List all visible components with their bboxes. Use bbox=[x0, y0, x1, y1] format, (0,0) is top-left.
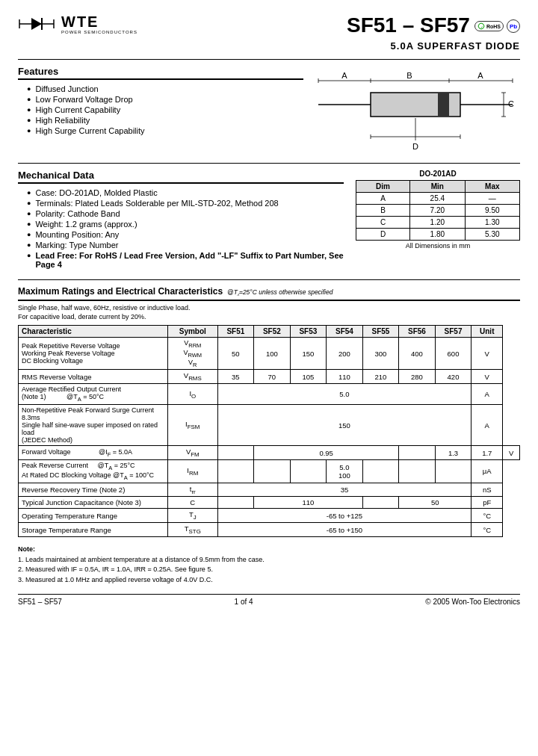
svg-text:A: A bbox=[477, 71, 483, 80]
ratings-note1: Single Phase, half wave, 60Hz, resistive… bbox=[18, 304, 520, 312]
pb-badge: Pb bbox=[507, 19, 520, 33]
table-row: RMS Reverse Voltage VRMS 35 70 105 110 2… bbox=[19, 370, 520, 384]
ratings-note2: For capacitive load, derate current by 2… bbox=[18, 313, 520, 320]
table-row: Average Rectified Output Current(Note 1)… bbox=[19, 384, 520, 405]
logo-wte: WTE bbox=[61, 13, 137, 30]
table-row: Peak Repetitive Reverse VoltageWorking P… bbox=[19, 338, 520, 370]
list-item: Diffused Junction bbox=[27, 84, 303, 93]
table-row: D1.805.30 bbox=[356, 229, 520, 241]
col-sf52: SF52 bbox=[254, 326, 291, 338]
dim-table: Dim Min Max A25.4—B7.209.50C1.201.30D1.8… bbox=[356, 180, 520, 241]
col-sf53: SF53 bbox=[290, 326, 327, 338]
footer-page: 1 of 4 bbox=[235, 598, 253, 606]
dim-col-header: Max bbox=[465, 181, 519, 193]
table-row: C1.201.30 bbox=[356, 217, 520, 229]
page-footer: SF51 – SF57 1 of 4 © 2005 Won-Too Electr… bbox=[18, 594, 520, 606]
list-item: High Reliability bbox=[27, 116, 303, 125]
col-sf54: SF54 bbox=[327, 326, 363, 338]
diode-diagram-area: A B A C D bbox=[311, 66, 520, 155]
list-item: Mounting Position: Any bbox=[27, 230, 344, 239]
notes-section: Note: 1. Leads maintained at ambient tem… bbox=[18, 545, 520, 585]
mechanical-left: Mechanical Data Case: DO-201AD, Molded P… bbox=[18, 170, 344, 270]
logo-text: WTE POWER SEMICONDUCTORS bbox=[61, 13, 137, 35]
rohs-badge: ✓ RoHS bbox=[474, 21, 504, 31]
svg-marker-1 bbox=[31, 18, 42, 30]
features-section: Features Diffused Junction Low Forward V… bbox=[18, 66, 520, 155]
list-item: Polarity: Cathode Band bbox=[27, 209, 344, 218]
table-row: Forward Voltage @IF = 5.0A VFM 0.95 1.3 … bbox=[19, 446, 520, 460]
svg-text:C: C bbox=[508, 99, 514, 108]
list-item: Low Forward Voltage Drop bbox=[27, 95, 303, 104]
footer-part: SF51 – SF57 bbox=[18, 598, 62, 606]
logo-icon bbox=[18, 13, 55, 34]
logo-sub: POWER SEMICONDUCTORS bbox=[61, 30, 137, 35]
col-sf51: SF51 bbox=[217, 326, 254, 338]
subtitle: 5.0A SUPERFAST DIODE bbox=[347, 40, 520, 52]
table-row: Reverse Recovery Time (Note 2) trr 35 nS bbox=[19, 483, 520, 497]
table-row: Non-Repetitive Peak Forward Surge Curren… bbox=[19, 405, 520, 446]
dim-table-title: DO-201AD bbox=[356, 170, 520, 178]
footer-copyright: © 2005 Won-Too Electronics bbox=[425, 598, 520, 606]
ratings-title: Maximum Ratings and Electrical Character… bbox=[18, 286, 223, 297]
list-item bold-item: Lead Free: For RoHS / Lead Free Version,… bbox=[27, 251, 344, 269]
notes-title: Note: bbox=[18, 545, 35, 553]
ratings-section: Maximum Ratings and Electrical Character… bbox=[18, 286, 520, 537]
table-row: Operating Temperature Range TJ -65 to +1… bbox=[19, 509, 520, 523]
features-title: Features bbox=[18, 66, 303, 80]
col-symbol: Symbol bbox=[168, 326, 218, 338]
list-item: High Surge Current Capability bbox=[27, 126, 303, 135]
logo-area: WTE POWER SEMICONDUCTORS bbox=[18, 13, 137, 35]
col-sf56: SF56 bbox=[399, 326, 436, 338]
features-left: Features Diffused Junction Low Forward V… bbox=[18, 66, 303, 155]
dim-col-header: Dim bbox=[356, 181, 410, 193]
list-item: Marking: Type Number bbox=[27, 241, 344, 250]
note-3: 3. Measured at 1.0 MHz and applied rever… bbox=[18, 576, 213, 583]
mechanical-section: Mechanical Data Case: DO-201AD, Molded P… bbox=[18, 170, 520, 270]
list-item: Case: DO-201AD, Molded Plastic bbox=[27, 188, 344, 197]
features-list: Diffused Junction Low Forward Voltage Dr… bbox=[18, 84, 303, 135]
col-unit: Unit bbox=[471, 326, 503, 338]
svg-text:D: D bbox=[412, 142, 418, 151]
svg-text:B: B bbox=[406, 71, 412, 80]
list-item: Terminals: Plated Leads Solderable per M… bbox=[27, 199, 344, 208]
mechanical-right: DO-201AD Dim Min Max A25.4—B7.209.50C1.2… bbox=[356, 170, 520, 270]
col-characteristic: Characteristic bbox=[19, 326, 168, 338]
mechanical-title: Mechanical Data bbox=[18, 170, 344, 184]
table-row: Typical Junction Capacitance (Note 3) C … bbox=[19, 497, 520, 509]
note-1: 1. Leads maintained at ambient temperatu… bbox=[18, 556, 265, 563]
col-sf55: SF55 bbox=[362, 326, 399, 338]
badges: ✓ RoHS Pb bbox=[474, 19, 520, 33]
diode-diagram: A B A C D bbox=[311, 66, 520, 155]
mechanical-list: Case: DO-201AD, Molded Plastic Terminals… bbox=[18, 188, 344, 269]
part-number: SF51 – SF57 ✓ RoHS Pb bbox=[347, 13, 520, 37]
list-item: High Current Capability bbox=[27, 105, 303, 114]
table-row: Storage Temperature Range TSTG -65 to +1… bbox=[19, 523, 520, 537]
table-row: A25.4— bbox=[356, 193, 520, 205]
table-row: Peak Reverse Current @TA = 25°CAt Rated … bbox=[19, 459, 520, 483]
characteristics-table: Characteristic Symbol SF51 SF52 SF53 SF5… bbox=[18, 325, 520, 537]
svg-rect-9 bbox=[438, 93, 449, 117]
title-area: SF51 – SF57 ✓ RoHS Pb 5.0A SUPERFAST DIO… bbox=[347, 13, 520, 52]
svg-text:✓: ✓ bbox=[480, 25, 482, 29]
note-2: 2. Measured with IF = 0.5A, IR = 1.0A, I… bbox=[18, 566, 213, 573]
dim-col-header: Min bbox=[410, 181, 465, 193]
page-header: WTE POWER SEMICONDUCTORS SF51 – SF57 ✓ R… bbox=[18, 13, 520, 52]
dim-note: All Dimensions in mm bbox=[356, 242, 520, 250]
col-sf57: SF57 bbox=[435, 326, 471, 338]
ratings-subtitle: @T⁁=25°C unless otherwise specified bbox=[227, 288, 333, 296]
table-row: B7.209.50 bbox=[356, 205, 520, 217]
svg-text:A: A bbox=[341, 71, 347, 80]
list-item: Weight: 1.2 grams (approx.) bbox=[27, 220, 344, 229]
